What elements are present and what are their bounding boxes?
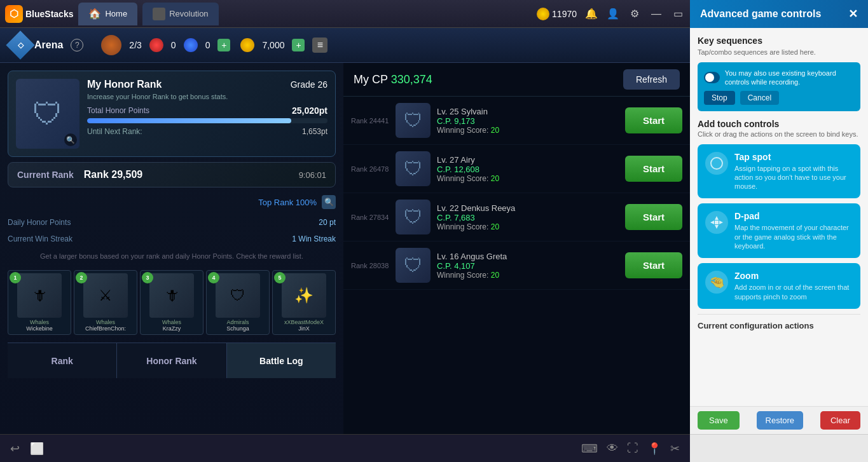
add-touch-subtitle: Click or drag the actions on the screen … — [698, 130, 860, 138]
zoom-card[interactable]: 🤏 Zoom Add zoom in or out of the screen … — [698, 263, 860, 309]
total-honor-value: 25,020pt — [292, 105, 327, 116]
player-name-1: Wickebine — [26, 325, 53, 332]
key-sequences-subtitle: Tap/combo sequences are listed here. — [698, 48, 860, 56]
player-guild-5: xXBeastModeX — [284, 319, 324, 325]
diamonds-value: 0 — [205, 40, 210, 50]
diamond-icon — [184, 38, 198, 52]
search-rank-button[interactable]: 🔍 — [322, 195, 336, 209]
rank-badge-5: 5 — [274, 272, 286, 283]
dpad-card[interactable]: D-pad Map the movement of your character… — [698, 203, 860, 258]
clear-button[interactable]: Clear — [820, 411, 860, 430]
svg-marker-3 — [719, 221, 723, 224]
restore-button[interactable]: Restore — [757, 411, 804, 430]
top-rank-text: Top Rank 100% — [258, 198, 317, 207]
player-cards: 1 🗡 Whales Wickebine 2 ⚔ Whales ChiefBre… — [8, 268, 336, 337]
svg-marker-2 — [710, 221, 714, 224]
scissors-icon[interactable]: ✂ — [670, 442, 680, 456]
until-next-label: Until Next Rank: — [87, 127, 142, 136]
player-name-4: Schunga — [226, 325, 249, 332]
start-button-1[interactable]: Start — [625, 156, 682, 182]
player-card-5: 5 ✨ xXBeastModeX JinX — [272, 270, 336, 335]
minimize-icon[interactable]: — — [649, 7, 663, 21]
lives-value: 2/3 — [129, 40, 141, 50]
opponent-row-0: Rank 24441 🛡 Lv. 25 Sylvain C.P. 9,173 W… — [343, 97, 690, 145]
rank-badge-2: 2 — [76, 272, 87, 283]
player-guild-1: Whales — [30, 319, 49, 325]
win-streak-value: 1 Win Streak — [292, 234, 336, 243]
arena-title: Arena — [34, 39, 63, 51]
refresh-button[interactable]: Refresh — [623, 69, 680, 90]
dpad-desc: Map the movement of your character or th… — [734, 223, 853, 250]
advanced-footer: Save Restore Clear — [690, 406, 868, 434]
tab-game[interactable]: Revolution — [142, 3, 218, 25]
start-button-2[interactable]: Start — [625, 204, 682, 230]
add-diamonds-button[interactable]: + — [217, 39, 230, 51]
stop-button[interactable]: Stop — [704, 91, 735, 105]
honor-avatar: 🛡 🔍 — [16, 79, 79, 149]
config-section: Current configuration actions — [698, 314, 860, 330]
opp-info-1: Lv. 27 Airy C.P. 12,608 Winning Score: 2… — [437, 155, 619, 183]
gem-icon — [149, 38, 163, 52]
menu-button[interactable]: ≡ — [312, 37, 327, 53]
coin-display: 11970 — [537, 8, 577, 20]
player-img-3: 🗡 — [149, 273, 194, 318]
rec-text: You may also use existing keyboard contr… — [725, 69, 854, 87]
win-streak-row: Current Win Streak 1 Win Streak — [8, 233, 336, 245]
start-button-0[interactable]: Start — [625, 107, 682, 133]
player-img-2: ⚔ — [83, 273, 128, 318]
advanced-panel-header: Advanced game controls ✕ — [690, 0, 868, 28]
rank-row: Current Rank Rank 29,509 9:06:01 — [8, 162, 336, 187]
player-card-1: 1 🗡 Whales Wickebine — [8, 270, 71, 335]
save-button[interactable]: Save — [698, 411, 740, 430]
player-img-4: 🛡 — [216, 273, 260, 318]
notification-icon[interactable]: 🔔 — [584, 7, 598, 21]
add-gold-button[interactable]: + — [292, 39, 305, 51]
home-button[interactable]: ⬜ — [30, 442, 44, 456]
start-button-3[interactable]: Start — [625, 252, 682, 278]
maximize-icon[interactable]: ▭ — [671, 7, 685, 21]
opp-name-3: Lv. 16 Angus Greta — [437, 252, 619, 261]
player-guild-3: Whales — [162, 319, 181, 325]
honor-rank-title: My Honor Rank — [87, 79, 162, 90]
tab-home[interactable]: 🏠 Home — [78, 3, 137, 25]
current-rank-value: Rank 29,509 — [84, 169, 143, 180]
win-streak-label: Current Win Streak — [8, 234, 72, 243]
player-card-2: 2 ⚔ Whales ChiefBrenChon: — [74, 270, 137, 335]
tab-battle-log[interactable]: Battle Log — [227, 343, 336, 378]
account-icon[interactable]: 👤 — [606, 7, 620, 21]
opp-name-0: Lv. 25 Sylvain — [437, 107, 619, 116]
eye-icon[interactable]: 👁 — [607, 442, 618, 455]
zoom-avatar-button[interactable]: 🔍 — [64, 133, 77, 146]
player-name-3: KraZzy — [163, 325, 181, 332]
gold-value: 7,000 — [262, 40, 284, 50]
settings-icon[interactable]: ⚙ — [628, 7, 642, 21]
player-guild-4: Admirals — [226, 319, 249, 325]
location-icon[interactable]: 📍 — [647, 442, 661, 456]
opp-info-2: Lv. 22 Denkus Reeya C.P. 7,683 Winning S… — [437, 203, 619, 231]
tap-spot-card[interactable]: Tap spot Assign tapping on a spot with t… — [698, 144, 860, 199]
zoom-desc: Add zoom in or out of the screen that su… — [734, 283, 853, 301]
tab-honor-rank[interactable]: Honor Rank — [117, 343, 226, 378]
my-cp-value: 330,374 — [391, 73, 432, 86]
tap-spot-desc: Assign tapping on a spot with this actio… — [734, 164, 853, 191]
opp-rank-0: Rank 24441 — [351, 117, 389, 125]
close-advanced-button[interactable]: ✕ — [848, 7, 858, 21]
rank-badge-1: 1 — [10, 272, 21, 283]
back-button[interactable]: ↩ — [10, 442, 20, 456]
add-touch-title: Add touch controls — [698, 119, 860, 129]
gold-icon — [240, 38, 254, 52]
cancel-button[interactable]: Cancel — [740, 91, 779, 105]
opp-rank-3: Rank 28038 — [351, 262, 389, 269]
recording-toggle[interactable] — [704, 72, 720, 83]
rank-time: 9:06:01 — [299, 170, 326, 180]
opponents-panel: My CP 330,374 Refresh Rank 24441 🛡 Lv. 2… — [343, 63, 690, 434]
zoom-name: Zoom — [734, 271, 853, 281]
dpad-icon — [705, 211, 728, 234]
help-icon[interactable]: ? — [71, 39, 83, 51]
svg-marker-1 — [715, 225, 719, 229]
fullscreen-icon[interactable]: ⛶ — [627, 442, 638, 455]
bluestacks-name: BlueStacks — [25, 9, 73, 19]
tab-rank[interactable]: Rank — [8, 343, 117, 378]
keyboard-icon[interactable]: ⌨ — [581, 442, 598, 456]
opp-avatar-2: 🛡 — [396, 200, 431, 234]
